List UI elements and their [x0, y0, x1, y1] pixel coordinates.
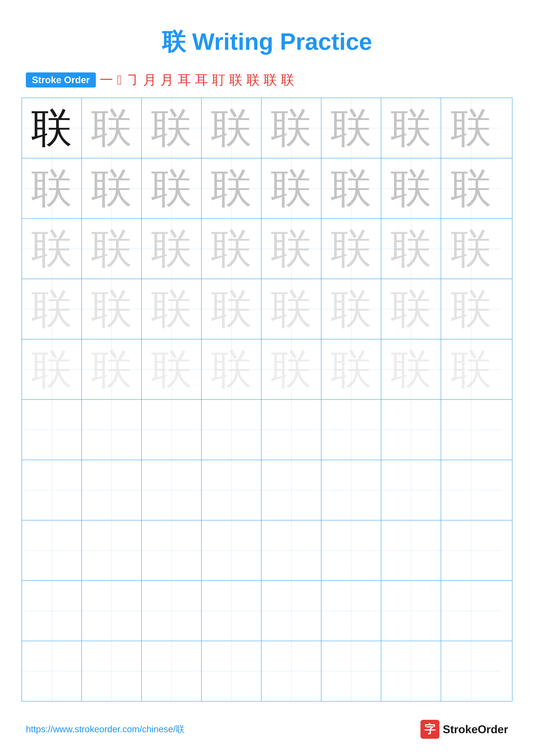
char-light: 联	[211, 288, 252, 330]
grid-cell-6-6[interactable]	[321, 400, 381, 460]
grid-cell-9-6[interactable]	[321, 581, 381, 641]
grid-cell-10-4[interactable]	[202, 641, 262, 701]
grid-row-9	[22, 581, 512, 641]
grid-cell-4-6: 联	[321, 279, 381, 339]
grid-cell-5-3: 联	[142, 339, 202, 399]
grid-cell-7-2[interactable]	[82, 460, 142, 520]
grid-cell-6-4[interactable]	[202, 400, 262, 460]
grid-cell-4-8: 联	[441, 279, 501, 339]
footer-logo: 字 StrokeOrder	[420, 720, 508, 739]
grid-cell-7-5[interactable]	[262, 460, 321, 520]
grid-cell-8-1[interactable]	[22, 521, 82, 580]
grid-cell-9-8[interactable]	[441, 581, 501, 641]
grid-cell-7-3[interactable]	[142, 460, 202, 520]
char-light: 联	[331, 349, 371, 390]
char-light: 联	[271, 349, 312, 390]
char-light: 联	[451, 168, 492, 209]
grid-cell-5-2: 联	[82, 339, 142, 399]
stroke-step-11: 联	[264, 71, 277, 89]
char-light: 联	[151, 108, 192, 148]
grid-cell-10-8[interactable]	[441, 641, 501, 701]
grid-cell-8-5[interactable]	[262, 521, 321, 580]
char-light: 联	[91, 108, 132, 148]
grid-cell-1-3: 联	[142, 98, 202, 158]
char-light: 联	[211, 108, 252, 148]
grid-cell-2-6: 联	[321, 158, 381, 218]
grid-cell-4-2: 联	[82, 279, 142, 339]
stroke-step-5: 月	[160, 71, 174, 89]
stroke-step-4: 月	[143, 71, 156, 89]
grid-cell-7-4[interactable]	[202, 460, 262, 520]
grid-cell-6-1[interactable]	[22, 400, 82, 460]
stroke-step-6: 耳	[177, 71, 191, 89]
char-light: 联	[91, 349, 132, 390]
grid-cell-10-5[interactable]	[262, 641, 321, 701]
grid-cell-8-6[interactable]	[321, 521, 381, 580]
grid-cell-10-3[interactable]	[142, 641, 202, 701]
grid-cell-7-8[interactable]	[441, 460, 501, 520]
grid-cell-9-1[interactable]	[22, 581, 82, 641]
grid-cell-9-5[interactable]	[262, 581, 321, 641]
grid-cell-6-3[interactable]	[142, 400, 202, 460]
grid-cell-8-2[interactable]	[82, 521, 142, 580]
grid-cell-7-6[interactable]	[321, 460, 381, 520]
grid-cell-8-7[interactable]	[381, 521, 441, 580]
grid-cell-8-4[interactable]	[202, 521, 262, 580]
grid-cell-8-8[interactable]	[441, 521, 501, 580]
char-light: 联	[391, 349, 431, 390]
char-light: 联	[31, 168, 72, 209]
grid-cell-6-7[interactable]	[381, 400, 441, 460]
char-light: 联	[391, 228, 431, 269]
stroke-step-12: 联	[281, 71, 294, 89]
grid-cell-10-2[interactable]	[82, 641, 142, 701]
page-title: 联 Writing Practice	[0, 0, 534, 71]
grid-cell-1-5: 联	[262, 98, 321, 158]
grid-cell-9-2[interactable]	[82, 581, 142, 641]
char-light: 联	[91, 168, 132, 209]
main-title: 联 Writing Practice	[0, 26, 534, 58]
grid-cell-10-7[interactable]	[381, 641, 441, 701]
char-light: 联	[211, 168, 252, 209]
stroke-step-1: 一	[100, 71, 113, 89]
grid-cell-1-4: 联	[202, 98, 262, 158]
grid-cell-5-7: 联	[381, 339, 441, 399]
grid-cell-6-2[interactable]	[82, 400, 142, 460]
grid-row-10	[22, 641, 512, 701]
grid-cell-10-1[interactable]	[22, 641, 82, 701]
char-light: 联	[271, 168, 312, 209]
stroke-step-9: 联	[229, 71, 242, 89]
grid-cell-9-3[interactable]	[142, 581, 202, 641]
grid-cell-6-8[interactable]	[441, 400, 501, 460]
char-light: 联	[391, 168, 431, 209]
char-light: 联	[151, 228, 192, 269]
grid-cell-7-7[interactable]	[381, 460, 441, 520]
grid-cell-5-4: 联	[202, 339, 262, 399]
grid-cell-9-7[interactable]	[381, 581, 441, 641]
grid-cell-2-7: 联	[381, 158, 441, 218]
stroke-step-8: 耵	[212, 71, 225, 89]
grid-cell-2-2: 联	[82, 158, 142, 218]
char-light: 联	[151, 288, 192, 330]
grid-cell-3-3: 联	[142, 219, 202, 279]
grid-cell-10-6[interactable]	[321, 641, 381, 701]
grid-cell-9-4[interactable]	[202, 581, 262, 641]
grid-row-1: 联 联 联 联 联 联 联 联	[22, 98, 512, 158]
grid-cell-4-4: 联	[202, 279, 262, 339]
char-light: 联	[451, 349, 492, 390]
stroke-step-7: 耳	[195, 71, 208, 89]
char-light: 联	[151, 168, 192, 209]
grid-cell-6-5[interactable]	[262, 400, 321, 460]
grid-cell-3-6: 联	[321, 219, 381, 279]
char-light: 联	[331, 108, 371, 148]
char-light: 联	[91, 228, 132, 269]
grid-cell-3-8: 联	[441, 219, 501, 279]
char-light: 联	[31, 288, 72, 330]
grid-cell-7-1[interactable]	[22, 460, 82, 520]
grid-row-3: 联 联 联 联 联 联 联 联	[22, 219, 512, 279]
grid-cell-8-3[interactable]	[142, 521, 202, 580]
grid-row-6	[22, 400, 512, 460]
footer-url[interactable]: https://www.strokeorder.com/chinese/联	[26, 723, 185, 735]
stroke-step-2: 𠃌	[117, 72, 122, 88]
grid-cell-3-7: 联	[381, 219, 441, 279]
grid-cell-1-7: 联	[381, 98, 441, 158]
